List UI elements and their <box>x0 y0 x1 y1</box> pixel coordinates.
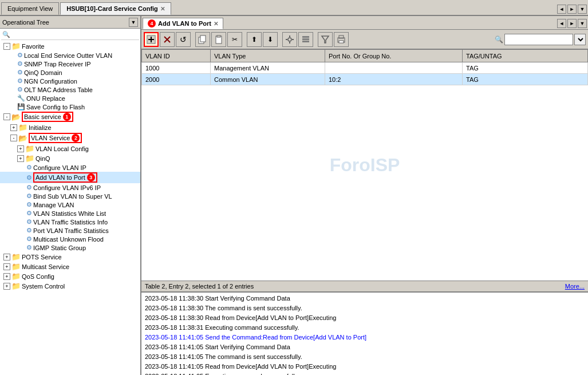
col-tag-untag: TAG/UNTAG <box>463 50 588 62</box>
tree-label-bind-sub-vlan: Bind Sub VLAN to Super VL <box>33 193 112 200</box>
tab-list-btn[interactable]: ▼ <box>578 5 587 14</box>
expand-vlan-local[interactable]: + <box>17 145 24 152</box>
expand-multicast-service[interactable]: + <box>3 263 10 270</box>
tree-item-snmp[interactable]: ⚙ SNMP Trap Receiver IP <box>0 60 140 68</box>
leaf-icon-igmp-static: ⚙ <box>26 244 32 251</box>
tree-label-ngn: NGN Configuration <box>24 78 77 85</box>
tree-item-vlan-traffic-stats[interactable]: ⚙ VLAN Traffic Statistics Info <box>0 218 140 226</box>
tree-item-onu-replace[interactable]: 🔧 ONU Replace <box>0 94 140 102</box>
tree-item-manage-vlan[interactable]: ⚙ Manage VLAN <box>0 200 140 209</box>
expand-system-control[interactable]: + <box>3 283 10 290</box>
tree-item-configure-vlan-ip[interactable]: ⚙ Configure VLAN IP <box>0 163 140 172</box>
tree-label-manage-vlan: Manage VLAN <box>33 202 74 208</box>
tree-label-save-config: Save Config to Flash <box>26 104 85 110</box>
tree-item-bind-sub-vlan[interactable]: ⚙ Bind Sub VLAN to Super VL <box>0 192 140 200</box>
log-area: 2023-05-18 11:38:30 Start Verifying Comm… <box>141 292 588 375</box>
expand-vlan-service[interactable]: - <box>10 135 17 141</box>
tree-item-pots-service[interactable]: + 📁 POTS Service <box>0 252 140 262</box>
svg-point-11 <box>288 38 291 41</box>
tab-next-btn[interactable]: ► <box>567 5 577 14</box>
toolbar-search-select[interactable] <box>574 34 586 45</box>
paste-button[interactable] <box>211 32 226 47</box>
tree-item-local-end[interactable]: ⚙ Local End Service Outter VLAN <box>0 51 140 60</box>
expand-basic-service[interactable]: - <box>3 113 10 120</box>
add-button[interactable] <box>144 32 159 47</box>
copy-button[interactable] <box>195 32 210 47</box>
inner-tab-list-btn[interactable]: ▼ <box>578 19 587 28</box>
inner-tab-close-icon[interactable]: ✕ <box>214 21 218 27</box>
tab-equipment-view[interactable]: Equipment View <box>1 2 59 15</box>
tree-item-vlan-stats-white[interactable]: ⚙ VLAN Statistics White List <box>0 209 140 218</box>
tree-item-save-config[interactable]: 💾 Save Config to Flash <box>0 102 140 111</box>
tree-item-vlan-service[interactable]: - 📂 VLAN Service 2 <box>0 132 140 144</box>
tree-item-ngn[interactable]: ⚙ NGN Configuration <box>0 77 140 85</box>
tree-label-vlan-traffic-stats: VLAN Traffic Statistics Info <box>33 219 108 226</box>
tree-item-qinq[interactable]: + 📁 QinQ <box>0 153 140 163</box>
table-row[interactable]: 1000 Management VLAN TAG <box>142 62 588 74</box>
expand-initialize[interactable]: + <box>10 124 17 131</box>
refresh-button[interactable]: ↺ <box>176 32 191 47</box>
svg-rect-18 <box>302 41 309 42</box>
tree-item-multicast-unknown[interactable]: ⚙ Multicast Unknown Flood <box>0 235 140 243</box>
expand-favorite[interactable]: - <box>3 43 10 50</box>
leaf-icon-local-end: ⚙ <box>17 52 23 59</box>
svg-rect-22 <box>339 41 344 43</box>
tree-item-initialize[interactable]: + 📁 Initialize <box>0 123 140 132</box>
tree-label-vlan-service: VLAN Service 2 <box>29 133 82 143</box>
toolbar: ↺ ✂ ⬆ ⬇ <box>141 30 588 49</box>
more-link[interactable]: More... <box>565 283 585 290</box>
tree-label-pots-service: POTS Service <box>22 254 62 260</box>
leaf-icon-multicast-unknown: ⚙ <box>26 235 32 243</box>
tree-item-qinq-domain[interactable]: ⚙ QinQ Domain <box>0 68 140 77</box>
search-input[interactable] <box>11 31 138 38</box>
tree-label-configure-vlan-ip: Configure VLAN IP <box>33 164 86 171</box>
folder-icon-multicast-service: 📁 <box>11 262 21 271</box>
panel-dropdown-btn[interactable]: ▼ <box>129 18 138 27</box>
panel-header: Operational Tree ▼ <box>0 16 140 29</box>
tree-item-basic-service[interactable]: - 📂 Basic service 1 <box>0 111 140 123</box>
tab-prev-btn[interactable]: ◄ <box>557 5 566 14</box>
upload-button[interactable]: ⬆ <box>247 32 262 47</box>
tree-item-olt-mac[interactable]: ⚙ OLT MAC Address Table <box>0 85 140 94</box>
inner-tab-add-vlan[interactable]: 4 Add VLAN to Port ✕ <box>143 18 223 29</box>
content-area: ForoISP VLAN ID VLAN Type Port No. Or Gr… <box>141 49 588 375</box>
delete-button[interactable] <box>160 32 175 47</box>
tree-item-favorite[interactable]: - 📁 Favorite <box>0 41 140 51</box>
toolbar-search-input[interactable] <box>504 34 573 45</box>
table-container: ForoISP VLAN ID VLAN Type Port No. Or Gr… <box>141 49 588 281</box>
inner-tab-label: Add VLAN to Port <box>158 20 211 27</box>
cell-vlan-type-1: Management VLAN <box>211 62 325 74</box>
tab-close-icon[interactable]: ✕ <box>160 6 165 12</box>
log-line: 2023-05-18 11:38:30 The command is sent … <box>145 303 585 313</box>
svg-rect-15 <box>292 39 294 40</box>
expand-qos-config[interactable]: + <box>3 273 10 280</box>
cut-button[interactable]: ✂ <box>227 32 242 47</box>
inner-tab-prev-btn[interactable]: ◄ <box>557 19 566 28</box>
tab-nav-buttons: ◄ ► ▼ <box>557 5 587 15</box>
config2-button[interactable] <box>298 32 313 47</box>
tree-item-igmp-static[interactable]: ⚙ IGMP Static Group <box>0 243 140 252</box>
filter-button[interactable] <box>318 32 333 47</box>
tree-item-configure-vlan-ipv6[interactable]: ⚙ Configure VLAN IPv6 IP <box>0 183 140 192</box>
leaf-icon-vlan-traffic-stats: ⚙ <box>26 218 32 226</box>
folder-icon-system-control: 📁 <box>11 282 21 290</box>
tree-item-add-vlan-to-port[interactable]: ⚙ Add VLAN to Port 3 <box>0 172 140 183</box>
tree-item-vlan-local[interactable]: + 📁 VLAN Local Config <box>0 144 140 153</box>
expand-qinq[interactable]: + <box>17 155 24 162</box>
download-button[interactable]: ⬇ <box>263 32 278 47</box>
print-button[interactable] <box>334 32 349 47</box>
config1-button[interactable] <box>282 32 297 47</box>
tree-item-port-vlan-traffic[interactable]: ⚙ Port VLAN Traffic Statistics <box>0 226 140 235</box>
svg-rect-2 <box>151 37 152 42</box>
inner-tab-next-btn[interactable]: ► <box>567 19 577 28</box>
tree-item-qos-config[interactable]: + 📁 QoS Config <box>0 271 140 281</box>
tree-label-initialize: Initialize <box>29 124 52 131</box>
tree-item-multicast-service[interactable]: + 📁 Multicast Service <box>0 262 140 271</box>
table-row[interactable]: 2000 Common VLAN 10:2 TAG <box>142 74 588 85</box>
log-line: 2023-05-18 11:38:30 Read from Device[Add… <box>145 313 585 323</box>
tree-label-multicast-service: Multicast Service <box>22 263 69 270</box>
tab-card-service-config[interactable]: HSUB[10]-Card Service Config ✕ <box>60 2 171 15</box>
tree-label-add-vlan-to-port: Add VLAN to Port 3 <box>33 172 97 183</box>
tree-item-system-control[interactable]: + 📁 System Control <box>0 281 140 291</box>
expand-pots-service[interactable]: + <box>3 254 10 260</box>
